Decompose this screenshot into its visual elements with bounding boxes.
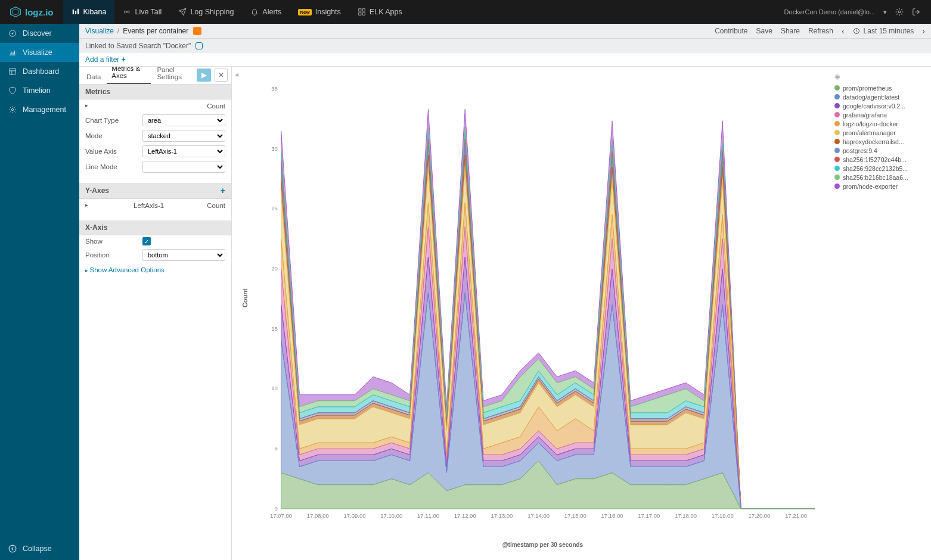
legend-toggle-icon[interactable]: ◉ — [834, 73, 926, 80]
editor-tabs: Data Metrics & Axes Panel Settings ▶ ✕ — [79, 67, 231, 85]
svg-text:30: 30 — [271, 145, 278, 152]
contribute-button[interactable]: Contribute — [715, 27, 747, 35]
svg-text:17:10:00: 17:10:00 — [380, 512, 402, 519]
line-mode-select[interactable] — [142, 161, 225, 173]
chart-type-select[interactable]: area — [142, 114, 225, 126]
topnav-kibana[interactable]: Kibana — [63, 0, 115, 24]
svg-text:17:14:00: 17:14:00 — [527, 512, 550, 519]
svg-text:17:16:00: 17:16:00 — [601, 512, 623, 519]
top-right: DockerCon Demo (daniel@lo... ▾ — [784, 8, 931, 16]
svg-text:17:07:00: 17:07:00 — [270, 512, 292, 519]
tab-panel-settings[interactable]: Panel Settings — [152, 67, 195, 84]
legend-item[interactable]: datadog/agent:latest — [834, 92, 926, 101]
collapse-label: Collapse — [23, 545, 52, 553]
side-nav: DiscoverVisualizeDashboardTimelionManage… — [0, 24, 79, 560]
apply-button[interactable]: ▶ — [197, 69, 211, 82]
y-axis-label: Count — [241, 288, 249, 307]
legend-item[interactable]: sha256:1f52702c44b... — [834, 155, 926, 164]
svg-text:17:08:00: 17:08:00 — [307, 512, 329, 519]
collapse-button[interactable]: Collapse — [0, 537, 79, 560]
svg-rect-4 — [362, 9, 365, 11]
legend-item[interactable]: sha256:928cc2132b5... — [834, 164, 926, 173]
brand-text: logz.io — [25, 7, 54, 17]
time-next-button[interactable]: › — [922, 26, 925, 36]
chart-legend: ◉ prom/prometheusdatadog/agent:latestgoo… — [830, 67, 931, 560]
caret-down-icon[interactable]: ▾ — [883, 8, 887, 16]
legend-item[interactable]: sha256:b216bc18aa6... — [834, 173, 926, 182]
time-picker[interactable]: Last 15 minutes — [853, 27, 914, 35]
sidenav-visualize[interactable]: Visualize — [0, 43, 79, 62]
time-prev-button[interactable]: ‹ — [842, 26, 845, 36]
advanced-options-toggle[interactable]: Show Advanced Options — [79, 263, 231, 277]
svg-rect-5 — [359, 13, 361, 15]
area-chart[interactable]: 0510152025303517:07:0017:08:0017:09:0017… — [265, 73, 820, 537]
chart-type-label: Chart Type — [85, 117, 142, 124]
legend-item[interactable]: prom/node-exporter — [834, 182, 926, 191]
chart-container: Count 0510152025303517:07:0017:08:0017:0… — [241, 67, 830, 560]
sidenav-management[interactable]: Management — [0, 100, 79, 119]
topnav-live-tail[interactable]: Live Tail — [114, 0, 170, 24]
share-button[interactable]: Share — [781, 27, 800, 35]
svg-text:35: 35 — [271, 85, 278, 92]
xaxis-position-select[interactable]: bottom — [142, 249, 225, 261]
clock-icon — [853, 27, 860, 35]
value-axis-select[interactable]: LeftAxis-1 — [142, 145, 225, 157]
legend-item[interactable]: logzio/logzio-docker — [834, 119, 926, 128]
refresh-button[interactable]: Refresh — [808, 27, 833, 35]
mode-select[interactable]: stacked — [142, 130, 225, 142]
xaxis-position-label: Position — [85, 251, 142, 259]
svg-text:25: 25 — [271, 205, 278, 211]
svg-text:17:21:00: 17:21:00 — [785, 512, 807, 519]
svg-text:5: 5 — [275, 445, 278, 452]
topnav-insights[interactable]: NewInsights — [290, 0, 349, 24]
svg-point-2 — [126, 11, 128, 13]
unlink-icon[interactable] — [195, 42, 203, 49]
tab-data[interactable]: Data — [82, 70, 105, 84]
legend-item[interactable]: prom/alertmanager — [834, 128, 926, 137]
legend-item[interactable]: google/cadvisor:v0.2... — [834, 101, 926, 110]
logout-icon[interactable] — [912, 8, 920, 16]
sidenav-discover[interactable]: Discover — [0, 24, 79, 43]
panel-collapse-icon[interactable]: ◂ — [232, 67, 241, 560]
svg-text:17:19:00: 17:19:00 — [712, 512, 734, 519]
sidenav-dashboard[interactable]: Dashboard — [0, 62, 79, 81]
unsaved-icon[interactable] — [193, 27, 201, 35]
svg-text:17:17:00: 17:17:00 — [638, 512, 660, 519]
add-yaxis-button[interactable]: + — [221, 186, 225, 195]
sidenav-timelion[interactable]: Timelion — [0, 81, 79, 100]
legend-item[interactable]: prom/prometheus — [834, 83, 926, 92]
legend-item[interactable]: grafana/grafana — [834, 110, 926, 119]
discard-button[interactable]: ✕ — [215, 69, 228, 82]
account-dropdown[interactable]: DockerCon Demo (daniel@lo... — [784, 8, 875, 15]
svg-text:17:18:00: 17:18:00 — [675, 512, 697, 519]
yaxis-row[interactable]: LeftAxis-1Count — [79, 199, 231, 212]
svg-rect-3 — [359, 9, 361, 11]
svg-text:17:09:00: 17:09:00 — [344, 512, 366, 519]
svg-rect-6 — [362, 13, 365, 15]
xaxis-show-checkbox[interactable]: ✓ — [142, 237, 151, 245]
svg-text:17:11:00: 17:11:00 — [417, 512, 439, 519]
legend-item[interactable]: haproxydockerrailsd... — [834, 137, 926, 146]
line-mode-label: Line Mode — [85, 163, 142, 170]
svg-text:17:12:00: 17:12:00 — [454, 512, 476, 519]
breadcrumb-root[interactable]: Visualize — [85, 27, 114, 35]
topnav-log-shipping[interactable]: Log Shipping — [170, 0, 242, 24]
x-axis-label: @timestamp per 30 seconds — [265, 542, 820, 548]
add-filter-button[interactable]: Add a filter + — [85, 55, 126, 64]
topnav-elk-apps[interactable]: ELK Apps — [349, 0, 411, 24]
breadcrumb-page: Events per container — [123, 27, 188, 35]
gear-icon[interactable] — [895, 8, 904, 16]
yaxes-header: Y-Axes+ — [79, 183, 231, 199]
breadcrumb-sep: / — [117, 27, 119, 35]
svg-text:17:15:00: 17:15:00 — [564, 512, 586, 519]
metric-count-row[interactable]: Count — [79, 99, 231, 113]
save-button[interactable]: Save — [756, 27, 772, 35]
svg-point-7 — [898, 11, 901, 13]
tab-metrics-axes[interactable]: Metrics & Axes — [107, 67, 151, 84]
filter-bar: Add a filter + — [79, 53, 931, 67]
top-bar: logz.io KibanaLive TailLog ShippingAlert… — [0, 0, 931, 24]
legend-item[interactable]: postgres:9.4 — [834, 146, 926, 155]
brand-logo[interactable]: logz.io — [0, 6, 63, 18]
topnav-alerts[interactable]: Alerts — [242, 0, 290, 24]
xaxis-header: X-Axis — [79, 220, 231, 235]
